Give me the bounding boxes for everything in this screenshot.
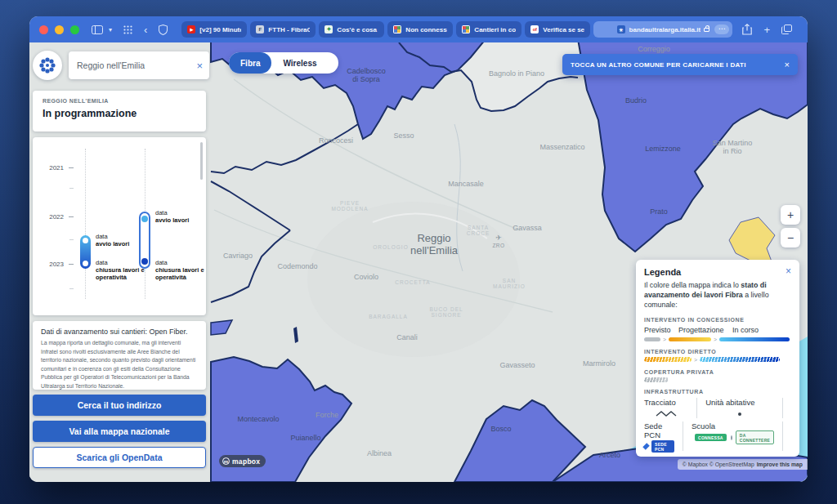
- sidebar-toggle-icon[interactable]: [92, 21, 103, 38]
- national-map-button[interactable]: Vai alla mappa nazionale: [33, 421, 206, 442]
- concessione-bars: > >: [644, 337, 791, 342]
- da-connettere-badge: DA CONNETTERE: [736, 430, 774, 444]
- timeline-year-label: 2022: [43, 213, 64, 221]
- event-end-label: data chiusura lavori e operatività: [96, 259, 145, 281]
- urban-area: [307, 202, 520, 357]
- connessa-badge: CONNESSA: [695, 434, 727, 441]
- tab-groups-grid-icon[interactable]: [123, 21, 132, 38]
- copertura-privata-bar: [644, 377, 669, 382]
- zoom-in-button[interactable]: +: [781, 205, 800, 225]
- event-start-label: data avvio lavori: [155, 209, 204, 224]
- search-input[interactable]: [75, 60, 196, 71]
- unita-abitative-dot-icon: [705, 410, 774, 418]
- zoom-out-button[interactable]: −: [781, 228, 800, 248]
- section-infrastruttura: INFRASTRUTTURA: [644, 389, 791, 395]
- tab-overview-icon[interactable]: [781, 21, 792, 38]
- minimize-window-button[interactable]: [55, 25, 64, 34]
- in-corso-bar: [719, 337, 790, 341]
- concessione-labels: Previsto Progettazione In corso: [644, 326, 791, 334]
- close-window-button[interactable]: [39, 25, 48, 34]
- timeline-tick: [69, 167, 74, 168]
- browser-toolbar: ▾ ‹ ▶[v2] 90 Minutes...FFTTH - FibraCli.…: [29, 16, 808, 42]
- section-privata: COPERTURA PRIVATA: [644, 369, 791, 375]
- progettazione-bar: [669, 337, 711, 341]
- mapbox-logo[interactable]: m mapbox: [219, 455, 266, 467]
- improve-map-link[interactable]: Improve this map: [757, 462, 803, 467]
- share-icon[interactable]: [742, 21, 752, 38]
- legend-title: Legenda: [644, 267, 791, 277]
- maximize-window-button[interactable]: [70, 25, 79, 34]
- scuola-da-connettere-dot-icon: [731, 435, 732, 440]
- municipality-status-card: REGGIO NELL'EMILIA In programmazione: [33, 91, 206, 132]
- disclaimer-body: La mappa riporta un dettaglio comunale, …: [41, 339, 198, 390]
- previsto-bar: [644, 337, 660, 341]
- tab[interactable]: ✦Cos'è e cosa fa...: [319, 21, 384, 38]
- disclaimer-card: Dati di avanzamento sui cantieri: Open F…: [33, 321, 206, 390]
- legend-intro: Il colore della mappa indica lo stato di…: [644, 281, 791, 310]
- timeline-scrollbar[interactable]: [200, 142, 203, 180]
- banner-text: TOCCA UN ALTRO COMUNE PER CARICARNE I DA…: [571, 61, 785, 69]
- lock-icon: [704, 28, 709, 32]
- open-data-button[interactable]: Scarica gli OpenData: [33, 447, 206, 468]
- notification-banner: TOCCA UN ALTRO COMUNE PER CARICARNE I DA…: [562, 54, 798, 75]
- timeline-tick: [69, 216, 74, 217]
- timeline-card: 202120222023 data avvio lav: [33, 137, 206, 315]
- back-icon[interactable]: ‹: [144, 21, 147, 38]
- tab-wireless[interactable]: Wireless: [271, 52, 328, 74]
- browser-window: ▾ ‹ ▶[v2] 90 Minutes...FFTTH - FibraCli.…: [29, 16, 808, 482]
- section-concessione: INTERVENTO IN CONCESSIONE: [644, 317, 791, 323]
- mapbox-m-icon: m: [222, 457, 230, 465]
- tracciato-line-icon: [644, 410, 688, 418]
- shield-privacy-icon[interactable]: [159, 21, 168, 38]
- attribution-text: © Mapbox © OpenStreetMap: [683, 462, 754, 467]
- municipality-name: REGGIO NELL'EMILIA: [43, 98, 196, 104]
- sede-pcn-badge: SEDE PCN: [651, 440, 674, 453]
- banner-close-icon[interactable]: ×: [785, 60, 790, 69]
- infrastructure-row-2: Sede PCN SEDE PCN Scuola CONNESSA DA CON: [644, 421, 791, 451]
- tab[interactable]: FFTTH - FibraCli...: [250, 21, 316, 38]
- tab[interactable]: Non connesso -...: [387, 21, 453, 38]
- diretto-in-corso-bar: [700, 357, 780, 362]
- disclaimer-title: Dati di avanzamento sui cantieri: Open F…: [41, 328, 198, 336]
- bul-logo-icon: [33, 51, 62, 80]
- more-icon[interactable]: ⋯: [714, 25, 729, 34]
- event-start-label: data avvio lavori: [96, 233, 145, 248]
- diretto-progettazione-bar: [644, 357, 692, 362]
- section-diretto: INTERVENTO DIRETTO: [644, 349, 791, 355]
- tab[interactable]: ▶[v2] 90 Minutes...: [181, 21, 247, 38]
- toolbar-right-controls: +: [736, 21, 808, 38]
- works-period-capsule: [80, 235, 91, 269]
- works-status: In programmazione: [43, 108, 196, 119]
- tab-fibra[interactable]: Fibra: [229, 52, 271, 74]
- event-end-label: data chiusura lavori e operatività: [155, 259, 204, 281]
- search-address-button[interactable]: Cerca il tuo indirizzo: [33, 395, 206, 416]
- timeline-year-label: 2023: [43, 261, 64, 268]
- tab-strip: ▶[v2] 90 Minutes...FFTTH - FibraCli...✦C…: [181, 21, 736, 38]
- new-tab-icon[interactable]: +: [763, 21, 770, 38]
- tab[interactable]: ofVerifica se sei ra...: [525, 21, 590, 38]
- map-attribution: © Mapbox © OpenStreetMap Improve this ma…: [678, 459, 808, 470]
- search-bar: ×: [69, 51, 209, 79]
- timeline-year-label: 2021: [43, 164, 64, 172]
- traffic-lights: [29, 25, 86, 34]
- legend-panel: Legenda × Il colore della mappa indica l…: [636, 260, 799, 457]
- infrastructure-row-1: Tracciato Unità abitative: [644, 398, 791, 418]
- search-clear-icon[interactable]: ×: [196, 60, 203, 71]
- network-type-toggle: Fibra Wireless: [229, 52, 338, 74]
- tab-active[interactable]: ✳bandaultralarga.italia.it⋯: [593, 21, 732, 38]
- diretto-bars: >: [644, 357, 791, 363]
- sede-pcn-diamond-icon: [642, 443, 649, 449]
- desktop: ▾ ‹ ▶[v2] 90 Minutes...FFTTH - FibraCli.…: [0, 0, 837, 504]
- timeline-guide: [85, 149, 86, 299]
- map-page: Cadelbosco di SopraBagnolo in PianoCorre…: [29, 42, 808, 482]
- legend-close-icon[interactable]: ×: [786, 265, 791, 277]
- timeline-tick: [69, 264, 74, 265]
- chevron-down-icon[interactable]: ▾: [109, 21, 112, 38]
- tab[interactable]: Cantieri in corso...: [456, 21, 521, 38]
